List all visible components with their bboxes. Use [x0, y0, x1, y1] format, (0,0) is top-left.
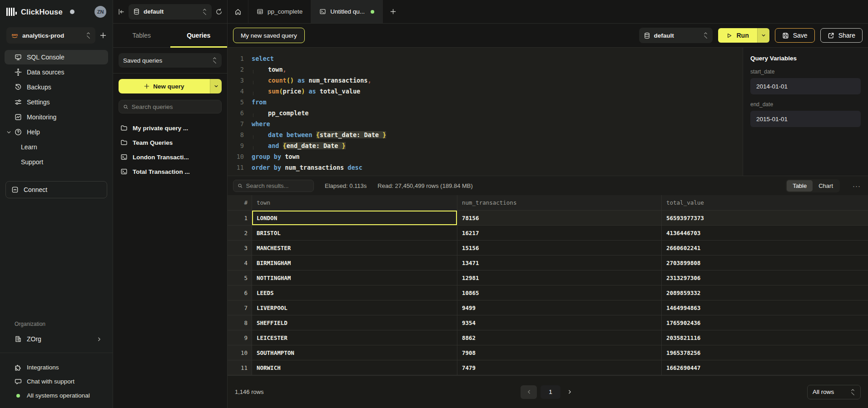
system-status-link[interactable]: All systems operational	[0, 388, 113, 403]
total-value-cell[interactable]: 2035821116	[662, 330, 868, 345]
total-value-cell[interactable]: 4136446703	[662, 226, 868, 240]
num-transactions-cell[interactable]: 8862	[457, 330, 662, 345]
town-cell[interactable]: BRISTOL	[252, 226, 457, 240]
num-transactions-cell[interactable]: 12981	[457, 270, 662, 285]
row-index-cell[interactable]: 11	[228, 360, 252, 375]
table-row[interactable]: 11NORWICH74791662690447	[228, 360, 868, 375]
saved-query-item[interactable]: London Transacti...	[119, 150, 222, 164]
code-line[interactable]: 2town,	[230, 64, 743, 75]
table-row[interactable]: 6LEEDS108652089859332	[228, 285, 868, 300]
sidebar-item-integrations[interactable]: Integrations	[0, 360, 113, 374]
save-button[interactable]: Save	[775, 28, 815, 43]
new-query-dropdown-button[interactable]	[210, 79, 222, 93]
town-cell[interactable]: MANCHESTER	[252, 241, 457, 255]
service-selector[interactable]: analytics-prod	[6, 27, 95, 44]
sidebar-item-help[interactable]: Help	[5, 125, 108, 139]
code-line[interactable]: 1select	[230, 53, 743, 64]
code-line[interactable]: 3count() as num_transactions,	[230, 75, 743, 86]
page-size-selector[interactable]: All rows	[807, 385, 861, 399]
tab-tables[interactable]: Tables	[113, 24, 170, 47]
num-transactions-cell[interactable]: 7479	[457, 360, 662, 375]
row-index-cell[interactable]: 8	[228, 315, 252, 330]
new-query-button[interactable]: New query	[119, 79, 210, 93]
total-value-cell[interactable]: 1662690447	[662, 360, 868, 375]
total-value-cell[interactable]: 2313297306	[662, 270, 868, 285]
saved-query-tab[interactable]: My new saved query	[233, 28, 305, 43]
saved-query-item[interactable]: Team Queries	[119, 135, 222, 150]
saved-query-item[interactable]: Total Transaction ...	[119, 164, 222, 179]
num-transactions-cell[interactable]: 78156	[457, 211, 662, 225]
town-cell[interactable]: SOUTHAMPTON	[252, 345, 457, 360]
run-button[interactable]: Run	[718, 28, 757, 43]
user-avatar[interactable]: ZN	[94, 6, 106, 18]
row-index-cell[interactable]: 7	[228, 300, 252, 315]
table-row[interactable]: 9LEICESTER88622035821116	[228, 330, 868, 345]
code-line[interactable]: 8date between {start_date: Date }	[230, 129, 743, 140]
table-row[interactable]: 4BIRMINGHAM134712703899808	[228, 256, 868, 270]
clickhouse-brand[interactable]: ClickHouse	[6, 7, 63, 16]
num-transactions-cell[interactable]: 7908	[457, 345, 662, 360]
sidebar-item-chat-support[interactable]: Chat with support	[0, 374, 113, 388]
table-row[interactable]: 2BRISTOL162174136446703	[228, 226, 868, 241]
num-transactions-cell[interactable]: 9354	[457, 315, 662, 330]
town-cell[interactable]: LONDON	[252, 211, 457, 225]
sql-editor[interactable]: 1select2town,3count() as num_transaction…	[228, 48, 743, 176]
row-index-cell[interactable]: 9	[228, 330, 252, 345]
search-results-input[interactable]	[246, 182, 309, 189]
refresh-button[interactable]	[215, 8, 223, 15]
run-options-button[interactable]	[757, 28, 769, 43]
row-index-cell[interactable]: 1	[228, 211, 252, 225]
row-index-cell[interactable]: 6	[228, 285, 252, 300]
row-index-cell[interactable]: 5	[228, 270, 252, 285]
sidebar-item-settings[interactable]: Settings	[5, 95, 108, 109]
next-page-button[interactable]	[564, 385, 575, 399]
sidebar-item-sql-console[interactable]: SQL Console	[5, 50, 108, 64]
code-line[interactable]: 9and {end_date: Date }	[230, 140, 743, 151]
organization-switcher[interactable]: ZOrg	[0, 332, 113, 346]
row-index-cell[interactable]: 2	[228, 226, 252, 240]
code-line[interactable]: 5from	[230, 97, 743, 108]
view-chart-button[interactable]: Chart	[813, 180, 839, 192]
num-transactions-cell[interactable]: 9499	[457, 300, 662, 315]
search-queries-input[interactable]	[132, 103, 217, 110]
table-row[interactable]: 3MANCHESTER151562660602241	[228, 241, 868, 256]
connect-button[interactable]: Connect	[5, 181, 107, 198]
view-table-button[interactable]: Table	[787, 180, 813, 192]
town-cell[interactable]: SHEFFIELD	[252, 315, 457, 330]
code-line[interactable]: 11order by num_transactions desc	[230, 162, 743, 173]
tab-queries[interactable]: Queries	[170, 24, 228, 47]
town-cell[interactable]: LEEDS	[252, 285, 457, 300]
saved-query-item[interactable]: My private query ...	[119, 121, 222, 135]
table-row[interactable]: 8SHEFFIELD93541765902436	[228, 315, 868, 330]
run-database-selector[interactable]: default	[639, 28, 713, 43]
town-cell[interactable]: LIVERPOOL	[252, 300, 457, 315]
previous-page-button[interactable]	[521, 385, 537, 399]
sidebar-item-learn[interactable]: Learn	[5, 140, 108, 154]
results-more-button[interactable]: ···	[851, 182, 863, 190]
end-date-input[interactable]	[750, 111, 861, 127]
code-line[interactable]: 4sum(price) as total_value	[230, 86, 743, 97]
row-index-cell[interactable]: 10	[228, 345, 252, 360]
share-button[interactable]: Share	[820, 28, 863, 43]
total-value-cell[interactable]: 56593977373	[662, 211, 868, 225]
start-date-input[interactable]	[750, 78, 861, 94]
total-value-cell[interactable]: 2089859332	[662, 285, 868, 300]
new-tab-button[interactable]	[383, 0, 403, 23]
add-service-button[interactable]	[100, 32, 106, 39]
town-cell[interactable]: LEICESTER	[252, 330, 457, 345]
town-cell[interactable]: BIRMINGHAM	[252, 256, 457, 270]
table-row[interactable]: 10SOUTHAMPTON79081965378256	[228, 345, 868, 360]
sidebar-item-data-sources[interactable]: Data sources	[5, 65, 108, 79]
num-transactions-cell[interactable]: 15156	[457, 241, 662, 255]
total-value-cell[interactable]: 1464994863	[662, 300, 868, 315]
tab-untitled-query[interactable]: Untitled qu...	[311, 0, 383, 23]
total-value-cell[interactable]: 2703899808	[662, 256, 868, 270]
database-selector[interactable]: default	[129, 4, 212, 20]
num-transactions-cell[interactable]: 16217	[457, 226, 662, 240]
page-number-input[interactable]	[541, 385, 560, 399]
collapse-sidebar-button[interactable]	[118, 8, 125, 15]
num-transactions-cell[interactable]: 10865	[457, 285, 662, 300]
sidebar-item-monitoring[interactable]: Monitoring	[5, 110, 108, 124]
table-row[interactable]: 5NOTTINGHAM129812313297306	[228, 270, 868, 285]
code-line[interactable]: 6pp_complete	[230, 108, 743, 118]
